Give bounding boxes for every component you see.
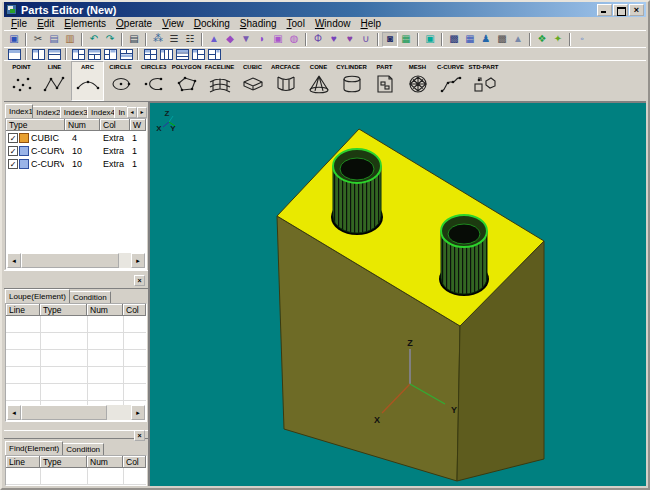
find-column-line[interactable]: Line (6, 456, 40, 468)
menu-edit[interactable]: Edit (32, 17, 59, 30)
find-tab-condition[interactable]: Condition (62, 443, 104, 455)
close-button[interactable]: × (629, 4, 644, 16)
layout-3pane-a-icon[interactable] (70, 48, 86, 61)
menu-elements[interactable]: Elements (59, 17, 111, 30)
redo-icon[interactable]: ↷ (102, 32, 118, 47)
scroll-left-icon[interactable]: ◂ (7, 253, 21, 268)
tool-c-curve-button[interactable]: C-CURVE (434, 61, 467, 101)
grid-blue-icon[interactable]: ▦ (462, 32, 478, 47)
tool-faceline-button[interactable]: FACELINE (203, 61, 236, 101)
index-tab-index1[interactable]: Index1 (5, 104, 33, 118)
menu-docking[interactable]: Docking (189, 17, 235, 30)
tool-point-button[interactable]: POINT (5, 61, 38, 101)
copy-icon[interactable]: ▤ (46, 32, 62, 47)
layout-3pane-c-icon[interactable] (102, 48, 118, 61)
loupe-tab-loupe-element-[interactable]: Loupe(Element) (5, 289, 70, 303)
user-icon[interactable]: ♟ (478, 32, 494, 47)
save-icon[interactable]: ▣ (6, 32, 22, 47)
layout-3row-icon[interactable] (174, 48, 190, 61)
find-tab-find-element-[interactable]: Find(Element) (5, 441, 63, 455)
menu-shading[interactable]: Shading (235, 17, 282, 30)
tool-purple-1-icon[interactable]: ▲ (206, 32, 222, 47)
find-column-col[interactable]: Col (123, 456, 146, 468)
tool-cylinder-button[interactable]: CYLINDER (335, 61, 368, 101)
green-tool-2-icon[interactable]: ✦ (550, 32, 566, 47)
title-bar[interactable]: Parts Editor (New) × (4, 2, 646, 17)
layout-single-icon[interactable] (6, 48, 22, 61)
index-hscrollbar[interactable]: ◂ ▸ (7, 253, 145, 268)
shield-1-icon[interactable]: ♥ (326, 32, 342, 47)
index-column-w[interactable]: W (130, 119, 146, 131)
shield-2-icon[interactable]: ♥ (342, 32, 358, 47)
scroll-thumb[interactable] (21, 253, 119, 268)
tool-circle3-button[interactable]: CIRCLE3 (137, 61, 170, 101)
layout-3pane-d-icon[interactable] (118, 48, 134, 61)
solid-box[interactable] (277, 129, 544, 481)
loupe-hscrollbar[interactable]: ◂ ▸ (7, 405, 145, 420)
index-row-c-curve[interactable]: ✓C-CURVE10Extra1 (6, 157, 146, 170)
row-checkbox[interactable]: ✓ (8, 133, 18, 143)
menu-view[interactable]: View (157, 17, 189, 30)
loupe-column-num[interactable]: Num (87, 304, 123, 316)
tool-purple-2-icon[interactable]: ◆ (222, 32, 238, 47)
tool-mesh-button[interactable]: MESH (401, 61, 434, 101)
scroll-left-icon[interactable]: ◂ (7, 405, 21, 420)
phi-icon[interactable]: Φ (310, 32, 326, 47)
node-link-icon[interactable]: ⁂ (150, 32, 166, 47)
index-column-num[interactable]: Num (65, 119, 100, 131)
tool-line-button[interactable]: LINE (38, 61, 71, 101)
tool-polygon-button[interactable]: POLYGON (170, 61, 203, 101)
green-tool-1-icon[interactable]: ❖ (534, 32, 550, 47)
tool-purple-6-icon[interactable]: ◍ (286, 32, 302, 47)
splitter-1[interactable]: × (4, 270, 148, 289)
shade-mode-icon[interactable]: ◙ (382, 32, 398, 47)
menu-help[interactable]: Help (356, 17, 387, 30)
index-row-c-curve[interactable]: ✓C-CURVE10Extra1 (6, 144, 146, 157)
align-icon[interactable]: ☷ (182, 32, 198, 47)
loupe-table-body[interactable] (6, 316, 146, 405)
index-tab-index3[interactable]: Index3 (60, 106, 88, 118)
splitter-2[interactable]: × (4, 430, 148, 439)
index-tab-index4[interactable]: Index4 (87, 106, 115, 118)
table-green-icon[interactable]: ▦ (398, 32, 414, 47)
index-row-cubic[interactable]: ✓CUBIC4Extra1 (6, 131, 146, 144)
menu-operate[interactable]: Operate (111, 17, 157, 30)
menu-file[interactable]: File (6, 17, 32, 30)
loupe-column-type[interactable]: Type (40, 304, 87, 316)
cylinder-left[interactable] (331, 149, 383, 235)
loupe-column-col[interactable]: Col (123, 304, 146, 316)
layout-3pane-b-icon[interactable] (86, 48, 102, 61)
paste-icon[interactable]: ▥ (62, 32, 78, 47)
layout-quad-icon[interactable] (142, 48, 158, 61)
find-table-body[interactable] (6, 468, 146, 485)
scroll-thumb[interactable] (21, 405, 107, 420)
shield-3-icon[interactable]: ∪ (358, 32, 374, 47)
tool-purple-4-icon[interactable]: ◗ (254, 32, 270, 47)
grid-dark-icon[interactable]: ▩ (494, 32, 510, 47)
row-checkbox[interactable]: ✓ (8, 159, 18, 169)
tab-scroll-right-icon[interactable]: ▸ (137, 107, 147, 118)
tool-cubic-button[interactable]: CUBIC (236, 61, 269, 101)
loupe-column-line[interactable]: Line (6, 304, 40, 316)
tool-circle-button[interactable]: CIRCLE (104, 61, 137, 101)
minimize-button[interactable] (597, 4, 612, 16)
index-column-type[interactable]: Type (6, 119, 65, 131)
cylinder-right[interactable] (439, 215, 489, 296)
tool-purple-3-icon[interactable]: ▼ (238, 32, 254, 47)
layout-vsplit-icon[interactable] (30, 48, 46, 61)
find-column-num[interactable]: Num (87, 456, 123, 468)
tool-cone-button[interactable]: CONE (302, 61, 335, 101)
viewport-canvas[interactable]: Z X Y Z X Y (150, 103, 646, 486)
layout-quad-right-icon[interactable] (190, 48, 206, 61)
tool-arc-button[interactable]: ARC (71, 61, 104, 101)
index-tab-index2[interactable]: Index2 (32, 106, 60, 118)
menu-window[interactable]: Window (310, 17, 356, 30)
tool-arcface-button[interactable]: ARCFACE (269, 61, 302, 101)
cut-icon[interactable]: ✂ (30, 32, 46, 47)
find-column-type[interactable]: Type (40, 456, 87, 468)
print-icon[interactable]: ▤ (126, 32, 142, 47)
undo-icon[interactable]: ↶ (86, 32, 102, 47)
blue-dot-icon[interactable]: ◦ (574, 32, 590, 47)
list-icon[interactable]: ☰ (166, 32, 182, 47)
index-tab-in[interactable]: In (114, 106, 128, 118)
